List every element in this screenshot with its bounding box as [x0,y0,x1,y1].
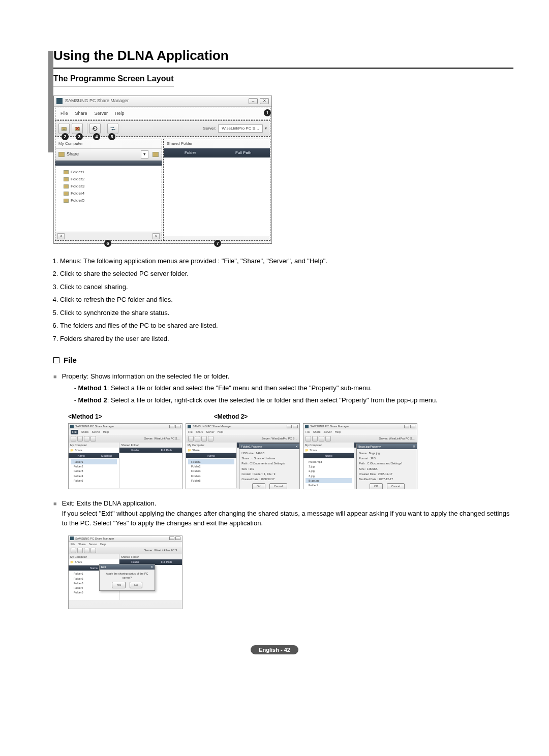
col-folder: Folder [164,148,217,158]
legend-item: Click to synchronize the share status. [60,308,513,318]
shared-folder-header: Shared Folder [164,139,270,148]
close-icon[interactable]: ✕ [413,445,415,449]
method2-text: Select a file or folder, right-click ove… [111,396,438,404]
cancel-share-button[interactable] [72,123,83,134]
up-folder-icon[interactable] [152,152,159,157]
folder-icon [58,152,65,157]
exit-desc: If you select "Exit" without applying th… [62,510,510,527]
folder-node[interactable]: Folder4 [58,190,159,197]
method2-label: <Method 2> [214,412,248,421]
section-side-bar [48,51,53,152]
method-screenshots-row: SAMSUNG PC Share Manager FileShareServer… [68,423,513,489]
page-subtitle: The Programme Screen Layout [53,73,174,86]
folder-label: Folder2 [71,176,84,182]
close-icon[interactable]: ✕ [295,445,298,449]
folder-node[interactable]: Folder2 [58,176,159,183]
share-folder-button[interactable] [58,123,70,134]
folder-label: Folder3 [71,183,84,190]
ok-button[interactable]: OK [370,483,383,489]
legend-item: Menus: The following application menus a… [60,256,513,266]
folder-icon [64,192,69,196]
sync-button[interactable] [107,123,118,134]
bullet-icon: ■ [53,372,57,405]
menubar: File Share Server Help 1 [55,108,270,120]
file-property-dialog: Bugs.jpg Property✕ Name : Bugs.jpg Forma… [356,444,417,490]
property-line: Property: Shows information on the selec… [62,372,230,380]
square-bullet-icon [53,357,59,363]
toolbar-separator [105,123,105,134]
shared-folder-body [164,158,270,236]
refresh-button[interactable] [89,123,101,134]
folder-icon [64,177,69,181]
my-computer-panel: My Computer Share ▾ Folder1 Folder2 Fold… [55,139,162,241]
main-screenshot: SAMSUNG PC Share Manager – ✕ File Share … [53,96,272,244]
my-computer-header: My Computer [55,139,162,148]
toolbar: Server: WiseLinkPro PC S… ▾ 2 3 4 5 [55,120,270,137]
page-title: Using the DLNA Application [53,46,513,69]
folder-property-dialog: Folder1 Property✕ HDD size : 149GB Share… [239,444,300,490]
file-section-heading: File [53,355,513,366]
method2b-screenshot: SAMSUNG PC Share Manager FileShareServer… [303,423,417,489]
exit-screenshot: SAMSUNG PC Share Manager FileShareServer… [68,536,513,609]
folder-label: Folder5 [71,198,84,204]
folder-label: Folder4 [71,191,84,197]
window-titlebar: SAMSUNG PC Share Manager – ✕ [54,96,271,107]
folder-label: Folder1 [71,169,84,175]
server-dropdown[interactable]: WiseLinkPro PC S… [218,124,263,133]
folder-icon [64,170,69,174]
legend-item: Click to cancel sharing. [60,282,513,292]
chevron-down-icon[interactable]: ▾ [265,125,267,132]
close-button[interactable]: ✕ [260,98,269,104]
app-icon [56,98,63,104]
method2-bold: Method 2 [78,396,107,404]
shared-folder-panel: Shared Folder Folder Full Path [163,139,270,241]
path-dropdown[interactable]: ▾ [141,150,148,159]
toolbar-separator [87,123,87,134]
feature-list: Menus: The following application menus a… [60,256,513,344]
no-button[interactable]: No [130,582,142,588]
method1-label: <Method 1> [68,412,102,421]
bullet-icon: ■ [53,499,57,528]
yes-button[interactable]: Yes [112,582,126,588]
legend-item: Click to refresh the PC folder and files… [60,295,513,305]
callout-7: 7 [214,240,221,247]
folder-node[interactable]: Folder3 [58,183,159,190]
legend-item: Click to share the selected PC server fo… [60,269,513,279]
method2-screenshot: SAMSUNG PC Share Manager FileShareServer… [186,423,300,489]
folder-icon [64,184,69,188]
menu-help[interactable]: Help [115,110,125,117]
menu-share[interactable]: Share [75,110,87,117]
method1-bold: Method 1 [78,384,107,392]
col-fullpath: Full Path [217,148,270,158]
minimize-button[interactable]: – [249,98,258,104]
file-heading-text: File [64,355,77,366]
callout-6: 6 [104,240,111,247]
column-header-row [55,161,162,166]
folder-node[interactable]: Folder5 [58,197,159,204]
exit-dialog: Exit✕ Apply the sharing status of the PC… [99,564,155,591]
exit-line: Exit: Exits the DLNA application. [62,499,157,507]
ok-button[interactable]: OK [252,483,265,489]
folder-tree: Folder1 Folder2 Folder3 Folder4 Folder5 [55,166,162,232]
folder-icon [64,199,69,203]
menu-server[interactable]: Server [95,110,108,117]
folder-node[interactable]: Folder1 [58,169,159,176]
method1-screenshot: SAMSUNG PC Share Manager FileShareServer… [68,423,182,489]
scroll-right-button[interactable]: > [152,233,160,239]
close-icon[interactable]: ✕ [150,565,153,569]
legend-item: The folders and files of the PC to be sh… [60,321,513,331]
exit-dialog-msg: Apply the sharing status of the PC serve… [102,572,152,580]
page-number: English - 42 [251,645,298,654]
method1-text: Select a file or folder and select the "… [111,384,372,392]
cancel-button[interactable]: Cancel [387,483,405,489]
server-label: Server: [203,125,216,132]
scroll-left-button[interactable]: < [57,233,65,239]
cancel-button[interactable]: Cancel [269,483,287,489]
menu-file[interactable]: File [60,110,68,117]
page-footer: English - 42 [36,645,513,655]
callout-1: 1 [264,109,271,116]
share-label: Share [67,151,79,158]
window-title: SAMSUNG PC Share Manager [65,98,249,105]
legend-item: Folders shared by the user are listed. [60,334,513,344]
